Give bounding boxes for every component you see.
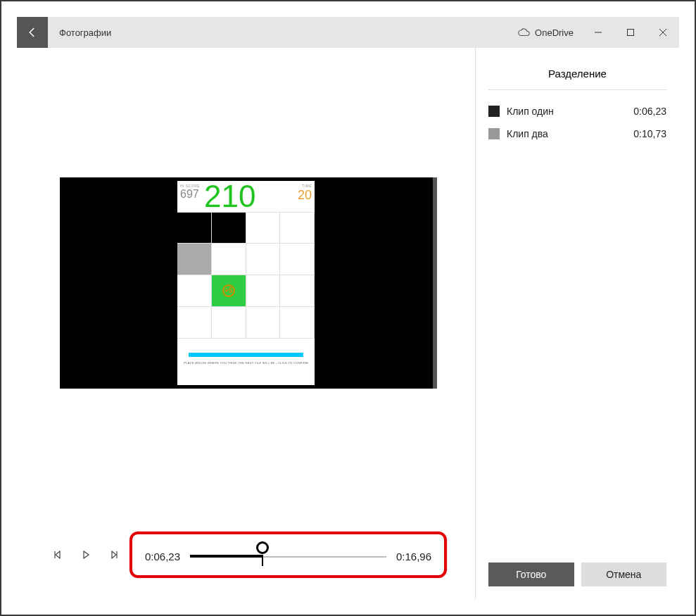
arrow-left-icon [26,26,39,39]
minimize-icon [595,29,602,36]
timeline-highlight: 0:06,23 0:16,96 [129,532,447,578]
window-controls [582,17,679,48]
done-button[interactable]: Готово [488,562,574,586]
close-icon [659,29,666,36]
current-time: 0:06,23 [145,551,180,562]
clip-swatch-dark [488,106,500,117]
hiscore-value: 697 [180,188,204,201]
sidebar-title: Разделение [488,68,666,80]
clip-duration: 0:06,23 [633,106,666,117]
step-back-icon [53,550,63,560]
score-value: 210 [204,181,288,212]
frame-footer-text: PLACE MOUSE WHERE YOU THINK THE NEXT TIL… [177,361,315,365]
video-preview[interactable]: HI SCORE 697 210 TIME 20 [60,177,433,389]
clip-name: Клип один [507,106,626,117]
svg-rect-1 [628,30,634,36]
playback-controls: 0:06,23 0:16,96 [17,517,475,599]
clip-duration: 0:10,73 [633,128,666,139]
onedrive-label: OneDrive [535,27,574,38]
cancel-button[interactable]: Отмена [581,562,667,586]
sidebar: Разделение Клип один 0:06,23 Клип два 0:… [475,48,679,599]
maximize-icon [627,29,634,36]
back-button[interactable] [17,17,48,48]
onedrive-button[interactable]: OneDrive [510,17,582,48]
clip-swatch-light [488,128,500,139]
main-panel: HI SCORE 697 210 TIME 20 [17,48,475,599]
previous-frame-button[interactable] [45,542,70,567]
total-time: 0:16,96 [396,551,431,562]
clip-name: Клип два [507,128,626,139]
step-forward-icon [109,550,119,560]
titlebar: Фотографии OneDrive [17,17,679,48]
cloud-icon [518,26,531,39]
next-frame-button[interactable] [101,542,127,567]
clip-row-one[interactable]: Клип один 0:06,23 [488,100,666,122]
play-icon [81,550,91,560]
time-value: 20 [288,188,312,203]
maximize-button[interactable] [614,17,647,48]
video-frame-content: HI SCORE 697 210 TIME 20 [177,181,315,385]
minimize-button[interactable] [582,17,614,48]
app-title: Фотографии [48,17,510,48]
play-button[interactable] [73,542,99,567]
split-slider[interactable] [190,546,386,567]
close-button[interactable] [647,17,679,48]
slider-handle[interactable] [256,541,269,554]
clip-row-two[interactable]: Клип два 0:10,73 [488,122,666,145]
